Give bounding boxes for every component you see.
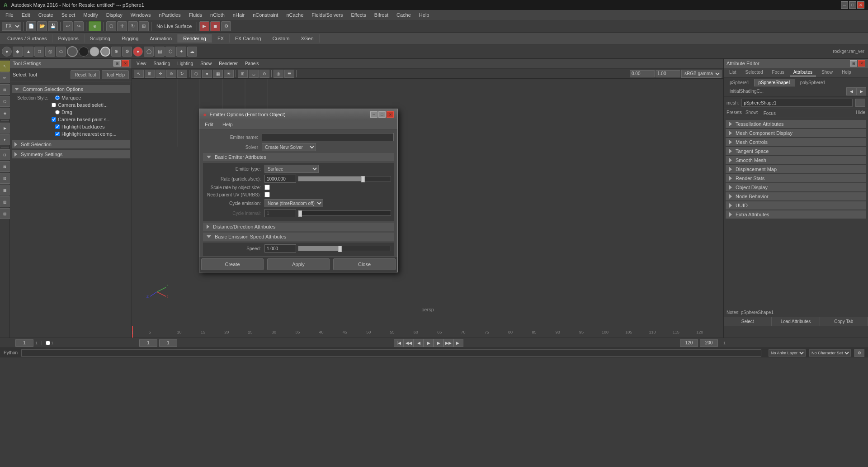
emitter-rate-slider[interactable] [298, 176, 391, 181]
tl-end-frame[interactable] [680, 339, 698, 347]
emitter-interval-slider[interactable] [298, 210, 391, 216]
vp-input-val2[interactable] [656, 70, 680, 77]
attr-node-behavior-header[interactable]: Node Behavior [726, 192, 866, 200]
rotate-btn[interactable]: ↻ [128, 21, 138, 31]
tl-current-frame-input[interactable] [15, 339, 33, 347]
shelf-tab-curves-surfaces[interactable]: Curves / Surfaces [2, 34, 52, 43]
transport-prev-key[interactable]: ◀◀ [404, 339, 414, 347]
render-settings-btn[interactable]: ⚙ [221, 21, 231, 31]
attr-mesh-btn[interactable]: → [855, 99, 865, 107]
transport-go-end[interactable]: ▶| [453, 339, 463, 347]
tl-range-end[interactable] [700, 339, 718, 347]
menu-select[interactable]: Select [58, 11, 79, 19]
vp-shading-smooth[interactable]: ● [202, 70, 212, 78]
new-scene-btn[interactable]: 📄 [26, 21, 36, 31]
emitter-parent-uv-checkbox[interactable] [264, 192, 270, 197]
attr-mesh-controls-header[interactable]: Mesh Controls [726, 138, 866, 146]
camera-based-paint-checkbox[interactable] [52, 117, 56, 122]
attr-displacement-map-header[interactable]: Displacement Map [726, 165, 866, 173]
quick-layout-3[interactable]: ⊡ [0, 173, 10, 184]
transport-play[interactable]: ▶ [424, 339, 434, 347]
redo-btn[interactable]: ↪ [74, 21, 84, 31]
vp-shading-texture[interactable]: ▦ [213, 70, 223, 78]
common-selection-header[interactable]: Common Selection Options [12, 85, 130, 93]
shelf-tab-fx-caching[interactable]: FX Caching [230, 34, 267, 43]
attr-mesh-component-header[interactable]: Mesh Component Display [726, 129, 866, 137]
shelf-icon-2[interactable]: ◆ [13, 47, 23, 57]
emitter-scale-rate-checkbox[interactable] [264, 185, 270, 190]
soft-selection-header[interactable]: Soft Selection [12, 140, 130, 148]
vp-menu-renderer[interactable]: Renderer [216, 60, 241, 67]
emission-speed-section-header[interactable]: Basic Emission Speed Attributes [203, 233, 394, 241]
character-set-select[interactable]: No Character Set [809, 349, 851, 357]
emitter-cycle-interval-input[interactable] [264, 209, 296, 217]
shelf-icon-8[interactable] [79, 47, 89, 57]
quick-layout-5[interactable]: ▧ [0, 196, 10, 207]
vp-menu-show[interactable]: Show [198, 60, 214, 67]
attr-tessellation-header[interactable]: Tessellation Attributes [726, 120, 866, 128]
subdiv-mode-btn[interactable]: ◈ [0, 108, 10, 119]
shelf-icon-1[interactable]: ● [2, 47, 12, 57]
status-input[interactable] [21, 349, 761, 357]
attr-load-attributes-btn[interactable]: Load Attributes [772, 317, 820, 326]
shelf-tab-rendering[interactable]: Rendering [178, 34, 212, 43]
emitter-speed-handle[interactable] [338, 246, 342, 252]
save-btn[interactable]: 💾 [48, 21, 58, 31]
menu-modify[interactable]: Modify [80, 11, 101, 19]
deform-mode-btn[interactable]: ⊞ [0, 84, 10, 95]
camera-based-sel-checkbox[interactable] [52, 103, 56, 107]
attr-tab-attributes[interactable]: Attributes [790, 69, 816, 76]
vp-tool-select[interactable]: ↖ [134, 70, 144, 78]
vp-tool-orbit[interactable]: ↻ [177, 70, 187, 78]
attr-extra-attributes-header[interactable]: Extra Attributes [726, 210, 866, 219]
selection-style-radio-marquee[interactable] [55, 95, 60, 100]
shelf-tab-xgen[interactable]: XGen [295, 34, 319, 43]
attr-float-btn[interactable]: ⊞ [850, 60, 857, 67]
tl-range-start[interactable] [139, 339, 157, 347]
attr-tab-selected[interactable]: Selected [742, 69, 767, 76]
shelf-icon-3[interactable]: ▲ [24, 47, 33, 57]
node-tab-psphereshape1[interactable]: pSphereShape1 [754, 79, 795, 86]
shelf-tab-fx[interactable]: FX [212, 34, 230, 43]
render-mode-btn[interactable]: ▶ [0, 123, 10, 133]
quick-layout-1[interactable]: ⊟ [0, 149, 10, 160]
transport-prev-frame[interactable]: ◀ [414, 339, 424, 347]
shelf-icon-11[interactable]: ⊕ [111, 47, 121, 57]
highlight-backfaces-checkbox[interactable] [55, 124, 60, 129]
reset-tool-btn[interactable]: Reset Tool [71, 70, 100, 79]
vp-isolate[interactable]: ◎ [274, 70, 283, 78]
attr-select-btn[interactable]: Select [724, 317, 772, 326]
shelf-tab-sculpting[interactable]: Sculpting [85, 34, 116, 43]
shelf-icon-4[interactable]: □ [34, 47, 44, 57]
shelf-icon-16[interactable]: ✦ [176, 47, 186, 57]
emitter-type-select[interactable]: Surface Omni Directional Volume [264, 165, 319, 173]
menu-display[interactable]: Display [103, 11, 126, 19]
emitter-speed-input[interactable] [264, 244, 296, 253]
workspace-select[interactable]: FX [2, 22, 21, 31]
menu-ncloth[interactable]: nCloth [207, 11, 228, 19]
vp-shading-wireframe[interactable]: ⬡ [191, 70, 201, 78]
render-btn[interactable]: ▶ [199, 21, 209, 31]
attr-tangent-space-header[interactable]: Tangent Space [726, 147, 866, 155]
distance-direction-section-header[interactable]: Distance/Direction Attributes [203, 223, 394, 231]
quick-layout-4[interactable]: ▦ [0, 185, 10, 195]
anim-layer-select[interactable]: No Anim Layer [769, 349, 806, 357]
ipr-btn[interactable]: ◼ [210, 21, 220, 31]
vp-tool-zoom[interactable]: ⊕ [166, 70, 176, 78]
snap-btn[interactable]: ⊕ [89, 21, 101, 31]
emitter-menu-help[interactable]: Help [219, 121, 236, 128]
shelf-tab-rigging[interactable]: Rigging [116, 34, 144, 43]
shelf-icon-9[interactable] [90, 47, 99, 57]
shelf-icon-6[interactable]: ⬭ [56, 47, 66, 57]
menu-effects[interactable]: Effects [347, 11, 369, 19]
shelf-tab-polygons[interactable]: Polygons [52, 34, 84, 43]
select-btn[interactable]: ⬡ [106, 21, 116, 31]
vp-tool-camera[interactable]: ⊞ [145, 70, 155, 78]
highlight-nearest-checkbox[interactable] [55, 132, 60, 136]
menu-create[interactable]: Create [35, 11, 57, 19]
symmetry-settings-header[interactable]: Symmetry Settings [12, 150, 130, 158]
open-btn[interactable]: 📂 [37, 21, 47, 31]
menu-fields-solvers[interactable]: Fields/Solvers [308, 11, 346, 19]
node-tab-initialshadingc[interactable]: initialShadingC... [726, 87, 768, 95]
emitter-cycle-emission-select[interactable]: None (timeRandom off) Frame Off [264, 199, 323, 207]
